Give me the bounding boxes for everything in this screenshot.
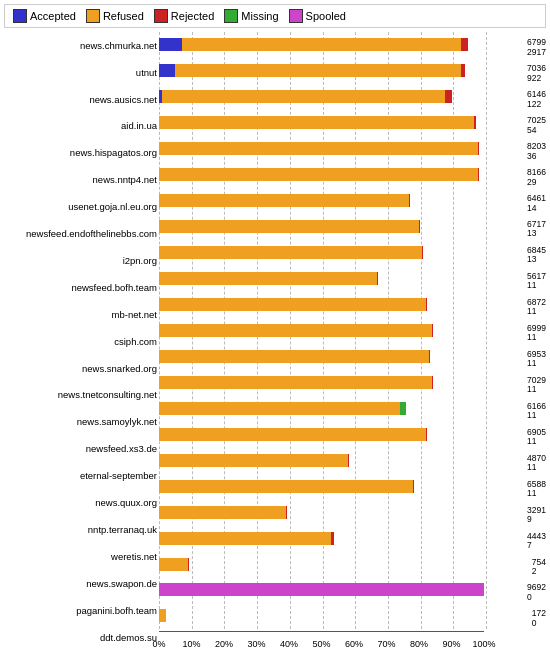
- bar-segment-rejected: [331, 532, 334, 545]
- x-tick-label: 70%: [377, 639, 395, 649]
- bar-row: 616611: [159, 395, 546, 421]
- bar-segment-refused: [159, 246, 422, 259]
- bar-segment-refused: [159, 272, 377, 285]
- bar-segment-rejected: [478, 168, 479, 181]
- bar-value-label: 561711: [527, 272, 546, 291]
- bar-row: 487011: [159, 447, 546, 473]
- bar-row: 702554: [159, 110, 546, 136]
- bar-segment-spooled: [159, 583, 484, 596]
- bar-row: 646114: [159, 188, 546, 214]
- bar-segment-refused: [159, 298, 426, 311]
- legend-label: Spooled: [306, 10, 346, 22]
- bar-value-label: 616611: [527, 402, 546, 421]
- bar-segment-refused: [159, 609, 166, 622]
- bar-segment-rejected: [461, 38, 468, 51]
- legend-color-refused: [86, 9, 100, 23]
- bar-value-label: 7036922: [527, 64, 546, 83]
- bar-segment-rejected: [188, 558, 189, 571]
- bar-value-label: 44437: [527, 532, 546, 551]
- bar-segment-rejected: [461, 64, 464, 77]
- x-axis-labels: 0%10%20%30%40%50%60%70%80%90%100%: [159, 631, 484, 649]
- x-tick-label: 90%: [442, 639, 460, 649]
- bar-value-label: 6146122: [527, 90, 546, 109]
- bar-row: 816629: [159, 162, 546, 188]
- bar-segment-accepted: [159, 64, 175, 77]
- bar-row: 684513: [159, 240, 546, 266]
- bar-segment-refused: [162, 90, 445, 103]
- bar-value-label: 67992917: [527, 38, 546, 57]
- bar-track: 702554: [159, 116, 484, 129]
- x-tick-label: 80%: [410, 639, 428, 649]
- bar-segment-refused: [175, 64, 461, 77]
- bar-segment-refused: [182, 38, 462, 51]
- bar-track: 702911: [159, 376, 484, 389]
- bar-segment-refused: [159, 376, 432, 389]
- bar-row: 67992917: [159, 32, 546, 58]
- bar-track: 7542: [159, 558, 484, 571]
- legend-item-rejected: Rejected: [154, 9, 214, 23]
- bar-track: 32919: [159, 506, 484, 519]
- bar-value-label: 32919: [527, 506, 546, 525]
- bar-track: 699911: [159, 324, 484, 337]
- bar-row: 561711: [159, 266, 546, 292]
- legend: AcceptedRefusedRejectedMissingSpooled: [4, 4, 546, 28]
- bar-segment-refused: [159, 480, 413, 493]
- bar-row: 6146122: [159, 84, 546, 110]
- bar-track: 6146122: [159, 90, 484, 103]
- legend-label: Rejected: [171, 10, 214, 22]
- bar-row: 690511: [159, 421, 546, 447]
- bar-segment-missing: [400, 402, 407, 415]
- bar-track: 561711: [159, 272, 484, 285]
- bar-value-label: 96920: [527, 583, 546, 602]
- y-label: news.snarked.org: [4, 364, 157, 374]
- y-label: mb-net.net: [4, 310, 157, 320]
- bar-row: 658811: [159, 473, 546, 499]
- bar-segment-rejected: [474, 116, 476, 129]
- bar-track: 646114: [159, 194, 484, 207]
- bar-value-label: 671713: [527, 220, 546, 239]
- bar-segment-rejected: [419, 220, 420, 233]
- y-label: csiph.com: [4, 337, 157, 347]
- bar-segment-rejected: [478, 142, 480, 155]
- y-label: weretis.net: [4, 552, 157, 562]
- y-label: news.chmurka.net: [4, 41, 157, 51]
- y-label: usenet.goja.nl.eu.org: [4, 202, 157, 212]
- bar-segment-refused: [159, 350, 429, 363]
- bar-value-label: 816629: [527, 168, 546, 187]
- y-label: newsfeed.bofh.team: [4, 283, 157, 293]
- bar-segment-refused: [159, 506, 286, 519]
- y-label: news.tnetconsulting.net: [4, 390, 157, 400]
- y-label: aid.in.ua: [4, 121, 157, 131]
- legend-label: Accepted: [30, 10, 76, 22]
- y-label: paganini.bofh.team: [4, 606, 157, 616]
- legend-label: Missing: [241, 10, 278, 22]
- legend-item-refused: Refused: [86, 9, 144, 23]
- bar-track: 687211: [159, 298, 484, 311]
- bar-track: 695311: [159, 350, 484, 363]
- bar-track: 816629: [159, 168, 484, 181]
- bar-value-label: 690511: [527, 428, 546, 447]
- bar-track: 684513: [159, 246, 484, 259]
- bar-segment-refused: [159, 558, 188, 571]
- bar-segment-refused: [159, 454, 348, 467]
- bar-segment-rejected: [445, 90, 452, 103]
- bar-row: 671713: [159, 214, 546, 240]
- bars-wrapper: 6799291770369226146122702554820336816629…: [159, 32, 546, 629]
- x-tick-label: 30%: [247, 639, 265, 649]
- y-label: news.swapon.de: [4, 579, 157, 589]
- bar-value-label: 7542: [532, 558, 546, 577]
- legend-color-spooled: [289, 9, 303, 23]
- x-tick-label: 0%: [152, 639, 165, 649]
- bar-track: 44437: [159, 532, 484, 545]
- y-label: news.nntp4.net: [4, 175, 157, 185]
- y-axis-labels: news.chmurka.netutnutnews.ausics.netaid.…: [4, 32, 159, 651]
- bar-segment-refused: [159, 324, 432, 337]
- bar-value-label: 658811: [527, 480, 546, 499]
- bar-row: 687211: [159, 292, 546, 318]
- bar-segment-refused: [159, 220, 419, 233]
- y-label: utnut: [4, 68, 157, 78]
- bar-row: 44437: [159, 525, 546, 551]
- bar-segment-rejected: [409, 194, 410, 207]
- bar-segment-refused: [159, 402, 400, 415]
- x-tick-label: 10%: [182, 639, 200, 649]
